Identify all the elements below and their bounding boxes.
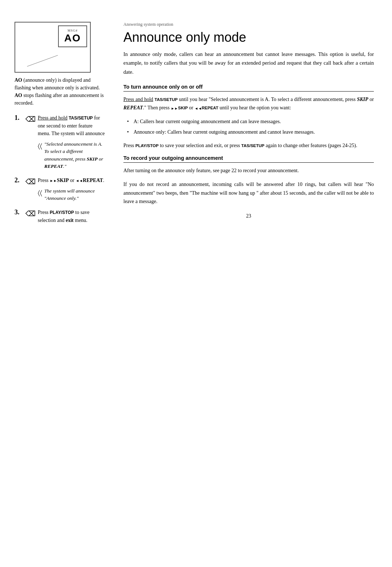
step-1-number: 1. xyxy=(15,114,25,122)
steps-list: 1. ⌫ Press and hold TAS/SETUP for one se… xyxy=(15,114,105,224)
skip-key-r: SKIP xyxy=(178,106,188,110)
exit-label: exit xyxy=(66,218,74,223)
subsection-1-para: Press and hold TAS/SETUP until you hear … xyxy=(123,95,374,113)
step-3-number: 3. xyxy=(15,208,25,216)
skip-label: SKIP xyxy=(57,178,69,183)
bullet-a-text: : Callers hear current outgoing announce… xyxy=(137,119,281,124)
back-arrows-r: ◄◄ xyxy=(195,105,202,112)
speaker-icon-2: 〈〈 xyxy=(38,188,42,198)
page-title: Announce only mode xyxy=(123,30,374,45)
step-1: 1. ⌫ Press and hold TAS/SETUP for one se… xyxy=(15,114,105,170)
step-1-icon: ⌫ xyxy=(25,115,36,123)
tas-setup-key-2: TAS/SETUP xyxy=(241,143,265,148)
tas-setup-key: TAS/SETUP xyxy=(155,97,178,102)
subsection-2-para-2: If you do not record an announcement, in… xyxy=(123,180,374,206)
subsection-turn-on-off: To turn announce only on or off Press an… xyxy=(123,84,374,150)
step-3: 3. ⌫ Press PLAY/STOP to save selection a… xyxy=(15,208,105,224)
fwd-arrows-r: ►► xyxy=(171,105,178,112)
device-caption: AO (announce only) is displayed and flas… xyxy=(15,76,105,107)
repeat-label: REPEAT xyxy=(83,178,103,183)
ao-bold-2: AO xyxy=(15,93,22,98)
back-arrows: ◄◄ xyxy=(75,178,83,184)
ao-display: AO xyxy=(64,32,81,44)
step-1-substep: 〈〈 "Selected announcement is A. To selec… xyxy=(38,141,105,170)
device-line xyxy=(27,55,58,67)
step-2-substep: 〈〈 The system will announce "Announce on… xyxy=(38,187,105,202)
device-screen: MSG# AO xyxy=(58,25,87,47)
right-column: Answering system operation Announce only… xyxy=(113,15,392,552)
step-2-content: Press ►►SKIP or ◄◄REPEAT. 〈〈 The system … xyxy=(38,177,105,202)
options-list: A: Callers hear current outgoing announc… xyxy=(127,117,374,136)
ao-bold: AO xyxy=(15,77,22,83)
bullet-announce-only: Announce only: Callers hear current outg… xyxy=(127,128,374,136)
step-3-key: PLAY/STOP xyxy=(50,210,74,215)
play-stop-key: PLAY/STOP xyxy=(135,143,159,148)
step-1-key: TAS/SETUP xyxy=(69,116,93,121)
step-1-press-hold: Press and hold xyxy=(38,115,68,121)
page-number: 23 xyxy=(123,213,374,219)
step-2-number: 2. xyxy=(15,177,25,184)
intro-paragraph: In announce only mode, callers can hear … xyxy=(123,50,374,77)
repeat-key-r: REPEAT xyxy=(202,106,219,110)
subsection-title-1: To turn announce only on or off xyxy=(123,84,374,92)
subsection-2-para-1: After turning on the announce only featu… xyxy=(123,166,374,175)
msg-label: MSG# xyxy=(68,29,78,32)
step-3-content: Press PLAY/STOP to save selection and ex… xyxy=(38,208,105,224)
device-illustration: MSG# AO xyxy=(15,22,91,73)
subsection-title-2: To record your outgoing announcement xyxy=(123,155,374,163)
left-column: MSG# AO AO (announce only) is displayed … xyxy=(0,15,113,552)
step-1-content: Press and hold TAS/SETUP for one second … xyxy=(38,114,105,170)
subsection-record: To record your outgoing announcement Aft… xyxy=(123,155,374,206)
bullet-a-label: A xyxy=(134,119,137,124)
bullet-ao-label: Announce only xyxy=(134,129,165,135)
step-2-quote: The system will announce "Announce only.… xyxy=(44,187,105,202)
press-hold-text: Press and hold xyxy=(123,97,153,102)
step-3-icon: ⌫ xyxy=(25,209,36,218)
step-1-quote: "Selected announcement is A. To select a… xyxy=(44,141,105,170)
page: MSG# AO AO (announce only) is displayed … xyxy=(0,0,392,567)
bullet-a: A: Callers hear current outgoing announc… xyxy=(127,117,374,126)
subsection-1-after-bullets: Press PLAY/STOP to save your selection a… xyxy=(123,141,374,150)
section-label: Answering system operation xyxy=(123,22,374,27)
bullet-ao-text: : Callers hear current outgoing announce… xyxy=(165,129,315,135)
step-2: 2. ⌫ Press ►►SKIP or ◄◄REPEAT. 〈〈 The sy… xyxy=(15,177,105,202)
speaker-icon-1: 〈〈 xyxy=(38,141,42,151)
forward-arrows: ►► xyxy=(50,178,57,184)
step-2-icon: ⌫ xyxy=(25,177,36,186)
